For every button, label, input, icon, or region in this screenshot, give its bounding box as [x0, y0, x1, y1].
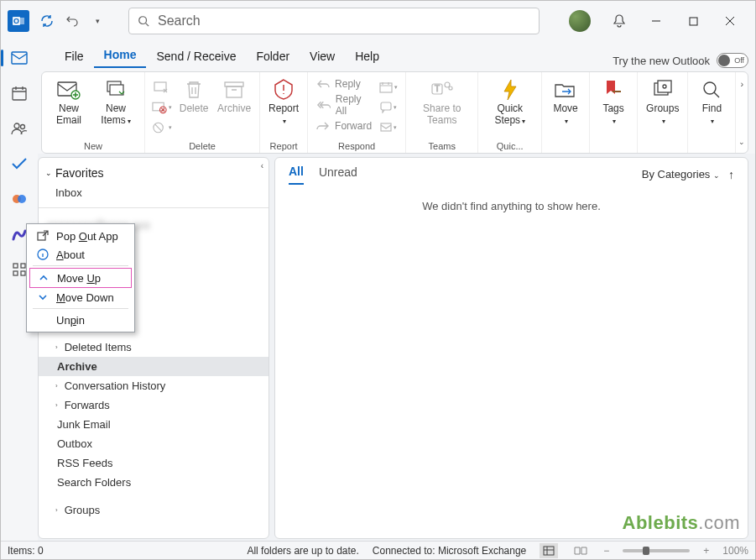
ctx-move-up[interactable]: Move Up — [29, 268, 132, 288]
favorites-section[interactable]: ⌄Favorites — [39, 163, 269, 183]
menu-home[interactable]: Home — [94, 43, 147, 68]
rail-todo-icon[interactable] — [8, 152, 31, 175]
ribbon-overflow: › ⌄ — [735, 72, 748, 153]
undo-icon[interactable] — [61, 10, 83, 32]
navpane-collapse-icon[interactable]: ‹ — [261, 161, 263, 170]
reply-all-button[interactable]: Reply All — [313, 92, 375, 118]
svg-rect-37 — [38, 233, 45, 240]
user-avatar[interactable] — [569, 10, 591, 32]
nav-search-folders[interactable]: Search Folders — [39, 473, 269, 492]
archive-button[interactable]: Archive — [214, 76, 254, 116]
nav-deleted-items[interactable]: ›Deleted Items — [39, 338, 269, 357]
svg-text:T: T — [435, 84, 440, 93]
new-items-button[interactable]: New Items▾ — [92, 76, 139, 128]
rail-calendar-icon[interactable] — [8, 81, 31, 105]
share-teams-button[interactable]: T Share to Teams — [411, 76, 472, 128]
groups-button[interactable]: Groups▾ — [643, 76, 682, 128]
groups-label: Groups▾ — [646, 102, 679, 126]
find-button[interactable]: Find▾ — [693, 76, 730, 128]
sort-direction-icon[interactable]: ↑ — [728, 168, 734, 181]
close-button[interactable] — [712, 4, 748, 38]
zoom-slider[interactable] — [623, 549, 690, 552]
new-email-button[interactable]: New Email — [47, 76, 91, 128]
qat-dropdown-icon[interactable]: ▾ — [86, 10, 108, 32]
rail-copilot-icon[interactable] — [8, 187, 31, 211]
zoom-in-button[interactable]: + — [703, 545, 709, 557]
new-items-label: New Items▾ — [96, 102, 136, 126]
tab-unread[interactable]: Unread — [319, 165, 357, 184]
svg-rect-6 — [13, 88, 26, 100]
search-placeholder: Search — [158, 13, 201, 29]
menu-folder[interactable]: Folder — [246, 44, 300, 68]
reply-button[interactable]: Reply — [313, 77, 375, 91]
ignore-icon[interactable] — [152, 79, 172, 96]
nav-groups[interactable]: ›Groups — [39, 500, 269, 520]
nav-forwards[interactable]: ›Forwards — [39, 395, 269, 415]
nav-inbox[interactable]: Inbox — [39, 183, 269, 202]
try-new-outlook-toggle[interactable]: Off — [717, 53, 748, 68]
rail-mail-icon[interactable] — [8, 46, 31, 70]
ribbon-scroll-right-icon[interactable]: › — [740, 79, 743, 89]
svg-rect-11 — [13, 264, 18, 268]
search-box[interactable]: Search — [128, 8, 540, 34]
nav-conversation-history[interactable]: ›Conversation History — [39, 376, 269, 395]
nav-archive[interactable]: Archive — [39, 357, 269, 376]
svg-rect-14 — [21, 271, 25, 275]
svg-point-10 — [18, 195, 26, 203]
notifications-icon[interactable] — [601, 4, 638, 38]
meeting-icon[interactable]: ▾ — [378, 79, 399, 96]
tags-label: Tags▾ — [602, 102, 623, 126]
tags-button[interactable]: Tags▾ — [595, 76, 632, 128]
menu-send-receive[interactable]: Send / Receive — [146, 44, 246, 68]
ribbon-group-tags: Tags▾ — [590, 72, 638, 153]
ribbon-group-move: Move▾ — [542, 72, 590, 153]
move-button[interactable]: Move▾ — [547, 76, 584, 128]
ctx-pop-out-app[interactable]: Pop Out App — [29, 227, 132, 245]
menu-view[interactable]: View — [300, 44, 345, 68]
delete-label: Delete — [180, 102, 209, 114]
menu-help[interactable]: Help — [345, 44, 389, 68]
ctx-about[interactable]: About — [29, 245, 132, 264]
info-icon — [36, 248, 50, 261]
rail-people-icon[interactable] — [8, 117, 31, 140]
ribbon-group-respond: Reply Reply All Forward ▾ ▾ ▾ Respond — [308, 72, 406, 153]
svg-point-36 — [704, 82, 716, 94]
view-reading-icon[interactable] — [571, 543, 590, 558]
svg-rect-24 — [227, 86, 242, 97]
quick-steps-button[interactable]: Quick Steps▾ — [483, 76, 536, 128]
chevron-up-icon — [37, 271, 50, 285]
arrange-by-button[interactable]: By Categories ⌄ — [642, 168, 720, 181]
nav-outbox[interactable]: Outbox — [39, 434, 269, 453]
view-normal-icon[interactable] — [540, 543, 558, 558]
svg-rect-32 — [613, 91, 621, 92]
menu-file[interactable]: File — [55, 44, 94, 68]
tab-all[interactable]: All — [289, 165, 304, 185]
minimize-button[interactable] — [638, 4, 675, 38]
empty-message: We didn't find anything to show here. — [275, 191, 748, 212]
junk-icon[interactable]: ▾ — [152, 119, 172, 136]
more-respond-icon[interactable]: ▾ — [378, 119, 399, 136]
svg-point-30 — [445, 82, 450, 87]
im-icon[interactable]: ▾ — [378, 99, 399, 116]
quick-steps-label: Quick Steps▾ — [487, 102, 533, 126]
refresh-icon[interactable] — [36, 10, 58, 32]
nav-junk[interactable]: Junk Email — [39, 415, 269, 434]
status-bar: Items: 0 All folders are up to date. Con… — [1, 541, 755, 559]
delete-button[interactable]: Delete — [175, 76, 212, 116]
svg-rect-39 — [544, 547, 554, 555]
svg-rect-25 — [380, 83, 392, 92]
zoom-level[interactable]: 100% — [722, 545, 748, 557]
nav-rss[interactable]: RSS Feeds — [39, 453, 269, 473]
ribbon: New Email New Items▾ New ▾ ▾ Delete Arch… — [41, 71, 748, 154]
delete-small-buttons: ▾ ▾ — [150, 76, 174, 139]
svg-rect-23 — [225, 82, 243, 86]
ctx-move-down[interactable]: Move Down — [29, 288, 132, 306]
ribbon-collapse-icon[interactable]: ⌄ — [738, 138, 745, 146]
ctx-unpin[interactable]: Unpin — [29, 311, 132, 329]
report-button[interactable]: Report▾ — [265, 76, 302, 128]
maximize-button[interactable] — [675, 4, 712, 38]
cleanup-icon[interactable]: ▾ — [152, 99, 172, 116]
forward-button[interactable]: Forward — [313, 119, 375, 133]
context-menu: Pop Out App About Move Up Move Down Unpi… — [26, 223, 135, 332]
zoom-out-button[interactable]: − — [603, 545, 609, 557]
